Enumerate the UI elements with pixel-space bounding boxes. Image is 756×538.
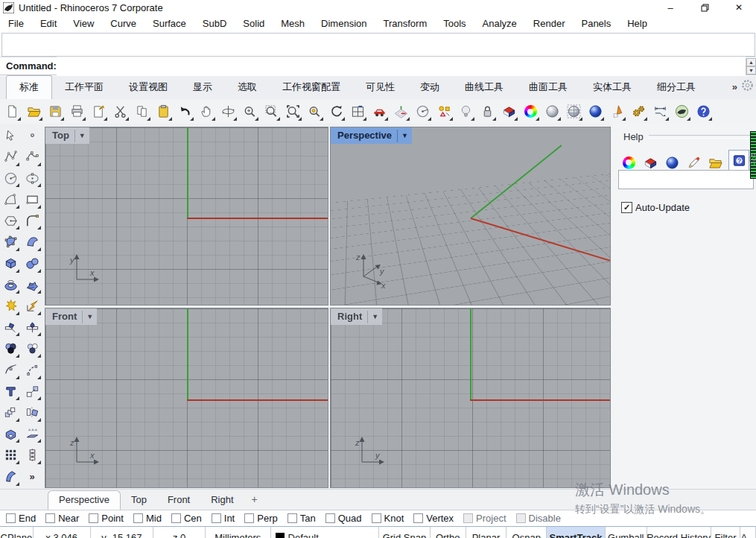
viewport-tab-perspective[interactable]: Perspective (48, 490, 121, 510)
panel-tab-open-folder-icon[interactable] (707, 154, 723, 171)
toggle-gumball[interactable]: Gumball (606, 527, 647, 538)
toggle-filter[interactable]: Filter (711, 527, 741, 538)
rhino-web-icon[interactable] (673, 103, 690, 121)
circle-tool-icon[interactable] (1, 168, 20, 188)
auto-update-checkbox[interactable]: ✓ Auto-Update (621, 202, 690, 213)
move-tool-icon[interactable] (22, 382, 42, 401)
checkbox-icon[interactable] (413, 513, 423, 523)
polyline-icon[interactable] (1, 148, 20, 167)
viewport-menu-arrow-icon[interactable]: ▼ (74, 130, 89, 142)
boolean-diff-icon[interactable] (22, 339, 42, 358)
checkbox-icon[interactable] (372, 513, 381, 523)
array-curve-icon[interactable] (22, 446, 42, 465)
osnap-mid[interactable]: Mid (133, 513, 162, 524)
checkbox-icon[interactable] (89, 513, 98, 523)
checkbox-icon[interactable] (212, 513, 221, 523)
ribbon-tab-[interactable]: 曲线工具 (452, 76, 516, 99)
osnap-project[interactable]: Project (463, 513, 506, 524)
toggle-osnap[interactable]: Osnap (506, 527, 547, 538)
curve-icon[interactable] (22, 148, 42, 167)
osnap-point[interactable]: Point (89, 513, 124, 524)
ribbon-tab-[interactable]: 显示 (180, 76, 225, 99)
toggle-smarttrack[interactable]: SmartTrack (547, 527, 606, 538)
undo-icon[interactable] (176, 103, 194, 121)
srf-cp-icon[interactable] (1, 232, 20, 252)
menu-view[interactable]: View (65, 18, 102, 29)
viewport-label-perspective[interactable]: Perspective▼ (331, 127, 412, 144)
checkbox-icon[interactable] (463, 513, 473, 523)
checkbox-icon[interactable] (6, 513, 16, 523)
cone-paint-icon[interactable] (608, 103, 626, 121)
menu-mesh[interactable]: Mesh (273, 18, 313, 29)
zoom-window-icon[interactable] (262, 103, 280, 121)
menu-transform[interactable]: Transform (375, 18, 435, 29)
menu-render[interactable]: Render (525, 18, 574, 29)
color-wheel-icon[interactable] (521, 103, 539, 121)
checkbox-icon[interactable] (133, 513, 143, 523)
viewport-right[interactable]: Right▼ zy (330, 308, 611, 488)
command-input[interactable] (57, 57, 746, 75)
panel-tab-color-wheel-icon[interactable] (620, 154, 637, 171)
osnap-perp[interactable]: Perp (244, 513, 277, 524)
panel-tab-pencil-icon[interactable] (685, 154, 702, 171)
viewport-label-top[interactable]: Top▼ (45, 127, 89, 144)
paste-icon[interactable] (154, 103, 172, 121)
polygon-tool-icon[interactable] (1, 211, 20, 230)
viewport-label-right[interactable]: Right▼ (331, 308, 382, 325)
layer-pane[interactable]: Default (271, 527, 379, 538)
new-file-icon[interactable] (3, 103, 21, 121)
explode-icon[interactable] (1, 297, 20, 316)
minimize-button[interactable]: – (653, 0, 687, 15)
viewport-front[interactable]: Front▼ zx (45, 308, 328, 488)
osnap-near[interactable]: Near (45, 513, 79, 524)
shaded-sphere-icon[interactable] (543, 103, 561, 121)
rotate-view-icon[interactable] (219, 103, 237, 121)
help-icon[interactable] (694, 103, 712, 121)
export-icon[interactable] (89, 103, 107, 121)
open-folder-icon[interactable] (25, 103, 42, 121)
torus-tool-icon[interactable] (1, 275, 20, 294)
ribbon-tab-[interactable]: 可见性 (353, 76, 407, 99)
viewport-menu-arrow-icon[interactable]: ▼ (367, 311, 382, 323)
viewport-tab-front[interactable]: Front (157, 491, 200, 510)
mesh-srf-icon[interactable] (22, 275, 42, 294)
ribbon-tab-[interactable]: 细分工具 (644, 76, 708, 99)
ellipse-tool-icon[interactable] (22, 168, 42, 188)
dimension-icon[interactable] (651, 103, 669, 121)
copy-icon[interactable] (133, 103, 150, 121)
close-button[interactable]: ✕ (722, 0, 756, 15)
menu-edit[interactable]: Edit (32, 18, 65, 29)
viewport-tab-top[interactable]: Top (121, 491, 157, 510)
options-gears-icon[interactable] (629, 103, 647, 121)
print-icon[interactable] (68, 103, 86, 121)
ribbon-tab-[interactable]: 工作平面 (52, 76, 116, 99)
gear-icon[interactable] (747, 152, 756, 167)
checkbox-icon[interactable] (288, 513, 297, 523)
more-icon[interactable]: » (22, 467, 42, 487)
curve-edit-icon[interactable] (1, 361, 20, 380)
menu-tools[interactable]: Tools (435, 18, 474, 29)
checkbox-checked-icon[interactable]: ✓ (621, 202, 632, 213)
twist-icon[interactable] (1, 467, 20, 487)
osnap-icon[interactable] (435, 103, 453, 121)
viewport-menu-arrow-icon[interactable]: ▼ (397, 130, 412, 142)
array-grid-icon[interactable] (1, 446, 20, 465)
viewport-top[interactable]: Top▼ yx (45, 127, 328, 306)
ribbon-tab-[interactable]: 设置视图 (116, 76, 180, 99)
toggle-a[interactable]: A... (740, 527, 756, 538)
command-scrollbar[interactable]: ▲▼ (746, 58, 756, 75)
save-icon[interactable] (46, 103, 64, 121)
scroll-down-icon[interactable]: ▼ (746, 66, 756, 75)
checkbox-icon[interactable] (325, 513, 335, 523)
zoom-extents-icon[interactable] (284, 103, 302, 121)
menu-solid[interactable]: Solid (235, 18, 273, 29)
checkbox-icon[interactable] (171, 513, 181, 523)
trim-icon[interactable] (1, 317, 20, 337)
ribbon-tab-[interactable]: 变动 (407, 76, 452, 99)
scroll-up-icon[interactable]: ▲ (746, 58, 756, 66)
text-tool-icon[interactable] (1, 382, 20, 401)
checkbox-icon[interactable] (516, 513, 526, 523)
osnap-quad[interactable]: Quad (325, 513, 362, 524)
menu-subd[interactable]: SubD (194, 18, 235, 29)
command-history[interactable] (1, 33, 755, 57)
